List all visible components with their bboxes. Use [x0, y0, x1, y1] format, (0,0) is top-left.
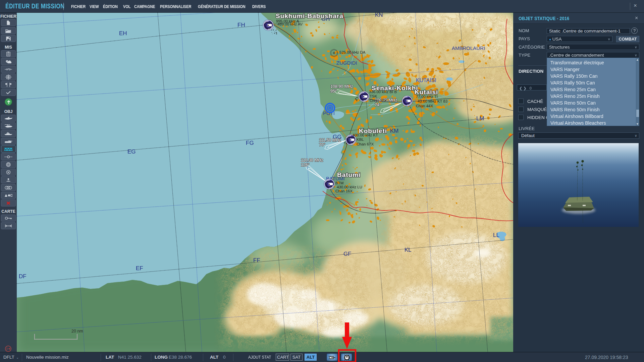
- svg-text:Chan 16X: Chan 16X: [335, 189, 353, 193]
- svg-text:AMBROLAURI: AMBROLAURI: [452, 45, 485, 51]
- svg-text:GF: GF: [343, 251, 352, 257]
- svg-text:77.00 kHz TI: 77.00 kHz TI: [416, 95, 438, 99]
- svg-text:20 nm: 20 nm: [71, 329, 83, 334]
- svg-text:126°: 126°: [301, 163, 310, 167]
- svg-text:FH: FH: [237, 22, 245, 28]
- svg-text:Chan 67X: Chan 67X: [357, 142, 374, 146]
- svg-text:74°: 74°: [375, 103, 381, 107]
- svg-text:EG: EG: [127, 148, 136, 155]
- svg-text:FF: FF: [253, 257, 260, 263]
- svg-text:Batumi: Batumi: [337, 171, 361, 178]
- svg-text:EH: EH: [119, 30, 127, 37]
- svg-text:95°: 95°: [330, 89, 337, 94]
- svg-text:LM: LM: [476, 115, 484, 122]
- svg-text:KN: KN: [375, 13, 383, 18]
- svg-text:336.00 kHz BI B: 336.00 kHz BI B: [369, 90, 397, 94]
- svg-text:KUTAISI: KUTAISI: [416, 77, 436, 83]
- svg-text:Chan 31X: Chan 31X: [370, 99, 387, 103]
- svg-text:525.00 kHz DA: 525.00 kHz DA: [339, 50, 366, 54]
- svg-text:Sukhumi-Babushara: Sukhumi-Babushara: [276, 13, 343, 19]
- svg-text:111.50 MHz: 111.50 MHz: [319, 138, 341, 142]
- svg-text:Chan 44X: Chan 44X: [416, 104, 433, 108]
- svg-text:110.30 MHz: 110.30 MHz: [301, 158, 323, 163]
- svg-text:430.00 kHz LU: 430.00 kHz LU: [337, 185, 362, 189]
- svg-text:BTM: BTM: [335, 181, 343, 185]
- svg-text:LL: LL: [493, 232, 499, 238]
- svg-text:ZUGDIDI: ZUGDIDI: [336, 60, 357, 66]
- svg-text:EF: EF: [136, 265, 143, 272]
- svg-text:TSK: TSK: [370, 94, 377, 98]
- svg-text:KM: KM: [390, 128, 399, 134]
- svg-text:KL: KL: [405, 247, 412, 253]
- svg-text:108.90 MHz: 108.90 MHz: [330, 84, 353, 89]
- svg-text:KBL: KBL: [357, 137, 364, 141]
- svg-text:DF: DF: [19, 273, 26, 280]
- svg-text:489.00 kHz AV: 489.00 kHz AV: [277, 22, 303, 26]
- svg-text:70°: 70°: [319, 142, 325, 147]
- svg-text:FG: FG: [246, 140, 254, 146]
- svg-text:43.60 MHz KT 83: 43.60 MHz KT 83: [418, 99, 447, 103]
- svg-text:400.00 kHz KT: 400.00 kHz KT: [353, 133, 378, 137]
